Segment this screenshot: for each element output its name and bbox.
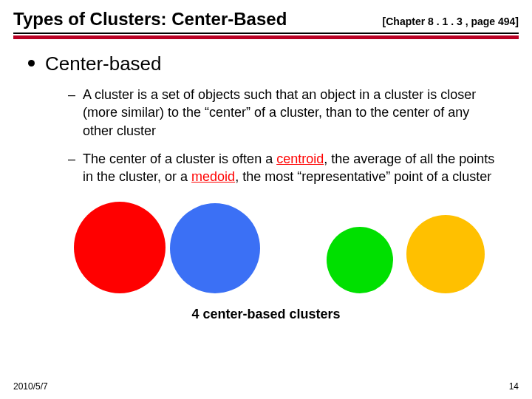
- cluster-illustration: [74, 202, 510, 293]
- footer: 2010/5/7 14: [13, 381, 519, 392]
- text-fragment: , the most “representative” point of a c…: [235, 169, 491, 184]
- footer-date: 2010/5/7: [13, 381, 48, 392]
- content-area: Center-based – A cluster is a set of obj…: [0, 39, 532, 322]
- yellow-cluster-circle: [406, 215, 485, 293]
- keyword-centroid: centroid: [276, 151, 324, 166]
- keyword-medoid: medoid: [191, 169, 235, 184]
- blue-cluster-circle: [170, 203, 260, 293]
- red-cluster-circle: [74, 202, 166, 293]
- footer-page-number: 14: [509, 381, 519, 392]
- heading-center-based: Center-based: [45, 52, 162, 75]
- center-definition-text: The center of a cluster is often a centr…: [83, 150, 502, 186]
- bullet-level-1: Center-based: [28, 52, 510, 75]
- chapter-reference: [Chapter 8 . 1 . 3 , page 494]: [383, 16, 519, 27]
- text-fragment: The center of a cluster is often a: [83, 151, 276, 166]
- bullet-level-2: – A cluster is a set of objects such tha…: [68, 86, 502, 140]
- bullet-dot-icon: [28, 60, 35, 66]
- dash-icon: –: [68, 150, 75, 168]
- bullet-level-2: – The center of a cluster is often a cen…: [68, 150, 502, 186]
- title-row: Types of Clusters: Center-Based [Chapter…: [0, 0, 532, 30]
- illustration-caption: 4 center-based clusters: [22, 307, 510, 322]
- definition-text: A cluster is a set of objects such that …: [83, 86, 502, 140]
- page-title: Types of Clusters: Center-Based: [13, 9, 287, 30]
- green-cluster-circle: [327, 227, 393, 293]
- title-divider: [13, 33, 519, 39]
- dash-icon: –: [68, 86, 75, 103]
